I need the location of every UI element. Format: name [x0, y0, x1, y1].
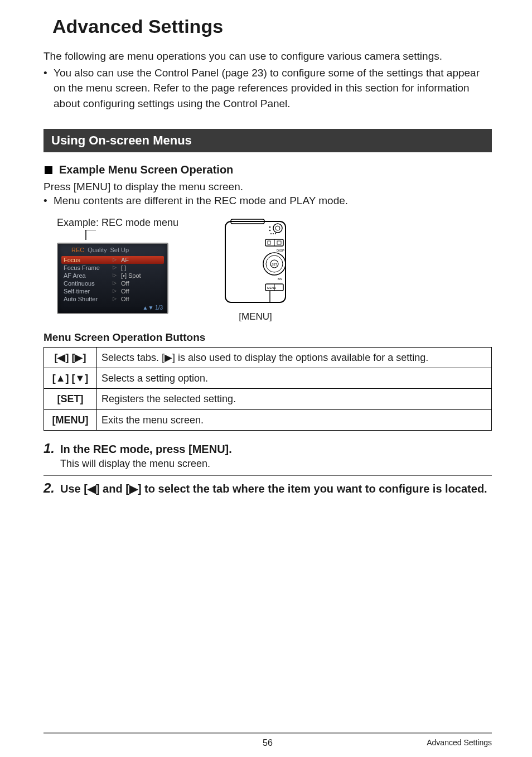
- camera-back-icon: DISP SET BS MENU: [222, 297, 289, 308]
- subheading-text: Example Menu Screen Operation: [59, 163, 233, 176]
- table-row: [◀] [▶] Selects tabs. [▶] is also used t…: [44, 347, 492, 368]
- table-row: [▲] [▼] Selects a setting option.: [44, 368, 492, 389]
- buttons-table: [◀] [▶] Selects tabs. [▶] is also used t…: [43, 347, 492, 431]
- svg-point-5: [275, 226, 280, 230]
- press-bullet-text: Menu contents are different in the REC m…: [54, 195, 348, 207]
- figure-row: Example: REC mode menu REC Quality Set U…: [43, 217, 492, 322]
- step-text: Use [◀] and [▶] to select the tab where …: [60, 481, 487, 496]
- svg-text:MENU: MENU: [267, 286, 276, 290]
- bullet-marker: •: [43, 65, 54, 81]
- svg-text:DISP: DISP: [277, 249, 284, 252]
- step-note: This will display the menu screen.: [60, 458, 492, 470]
- menu-row: Continuous ▷ Off: [61, 279, 164, 287]
- step-2: 2. Use [◀] and [▶] to select the tab whe…: [43, 480, 492, 496]
- svg-rect-13: [268, 241, 270, 244]
- step-1: 1. In the REC mode, press [MENU]. This w…: [43, 441, 492, 470]
- table-row: [MENU] Exits the menu screen.: [44, 409, 492, 430]
- svg-text:BS: BS: [278, 277, 282, 281]
- page-footer: 56 Advanced Settings: [43, 732, 492, 747]
- section-bar: Using On-screen Menus: [43, 129, 492, 152]
- menu-row: Auto Shutter ▷ Off: [61, 295, 164, 303]
- svg-rect-14: [277, 241, 281, 244]
- step-number: 2.: [43, 480, 60, 496]
- menu-row: Focus Frame ▷ [ ]: [61, 264, 164, 272]
- table-desc: Exits the menu screen.: [97, 409, 492, 430]
- bullet-marker: •: [43, 195, 54, 207]
- svg-point-6: [269, 226, 270, 228]
- menu-tab-setup: Set Up: [110, 247, 129, 253]
- table-row: [SET] Registers the selected setting.: [44, 389, 492, 409]
- square-icon: [45, 166, 52, 174]
- press-bullet: • Menu contents are different in the REC…: [43, 195, 492, 207]
- menu-tab-quality: Quality: [88, 247, 107, 253]
- menu-row: AF Area ▷ [•] Spot: [61, 272, 164, 279]
- subheading-row: Example Menu Screen Operation: [43, 163, 492, 176]
- svg-point-10: [275, 233, 276, 234]
- page-number: 56: [43, 738, 492, 748]
- page-title: Advanced Settings: [52, 16, 492, 37]
- step-divider: [43, 475, 492, 476]
- svg-text:SET: SET: [272, 263, 277, 266]
- menu-row: Focus ▷ AF: [61, 256, 164, 264]
- intro-text: The following are menu operations you ca…: [43, 49, 492, 64]
- step-number: 1.: [43, 441, 60, 456]
- table-key: [MENU]: [44, 409, 97, 430]
- steps: 1. In the REC mode, press [MENU]. This w…: [43, 441, 492, 496]
- table-heading: Menu Screen Operation Buttons: [43, 331, 492, 344]
- table-key: [◀] [▶]: [44, 347, 97, 368]
- svg-point-4: [273, 224, 282, 233]
- table-key: [▲] [▼]: [44, 368, 97, 389]
- figure-right: DISP SET BS MENU [MENU]: [222, 217, 289, 322]
- menu-row: Self-timer ▷ Off: [61, 287, 164, 295]
- pointer-line-icon: [85, 230, 96, 240]
- menu-button-label: [MENU]: [222, 311, 289, 322]
- footer-line: [43, 732, 492, 734]
- table-desc: Registers the selected setting.: [97, 389, 492, 409]
- press-text: Press [MENU] to display the menu screen.: [43, 180, 492, 195]
- table-desc: Selects a setting option.: [97, 368, 492, 389]
- svg-point-8: [270, 233, 272, 234]
- table-key: [SET]: [44, 389, 97, 409]
- example-caption: Example: REC mode menu: [57, 217, 178, 229]
- menu-tab-rec: REC: [71, 247, 84, 253]
- svg-point-7: [269, 230, 270, 231]
- intro-bullet-text: You also can use the Control Panel (page…: [54, 65, 492, 112]
- intro-bullet: • You also can use the Control Panel (pa…: [43, 65, 492, 112]
- step-text: In the REC mode, press [MENU].: [60, 442, 232, 457]
- figure-left: Example: REC mode menu REC Quality Set U…: [57, 217, 178, 314]
- camera-menu-screenshot: REC Quality Set Up Focus ▷ AF Focus Fram…: [57, 243, 168, 314]
- menu-pager: ▲▼ 1/3: [59, 304, 166, 312]
- svg-point-9: [273, 233, 274, 234]
- table-desc: Selects tabs. [▶] is also used to displa…: [97, 347, 492, 368]
